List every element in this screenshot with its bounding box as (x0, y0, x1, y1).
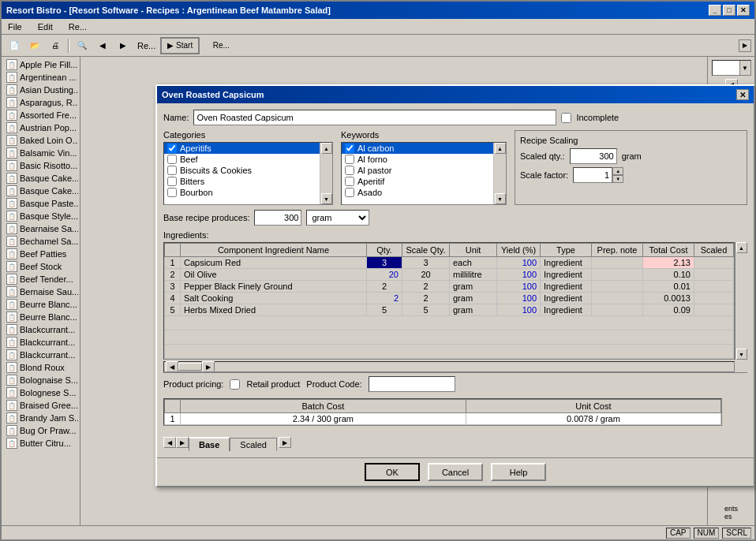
cancel-button[interactable]: Cancel (428, 463, 483, 481)
keyword-alforno[interactable]: Al forno (342, 154, 493, 165)
sidebar-item-basque3[interactable]: 📋 Basque Paste... (3, 197, 78, 210)
category-beef[interactable]: Beef (164, 154, 320, 165)
sidebar-item-basic[interactable]: 📋 Basic Risotto... (3, 159, 78, 172)
menu-file[interactable]: File (5, 21, 25, 32)
keywords-listbox[interactable]: Al carbon Al forno Al pastor (341, 142, 507, 205)
base-recipe-qty-input[interactable] (254, 210, 301, 226)
sidebar-item-basque1[interactable]: 📋 Basque Cake... (3, 172, 78, 185)
tabs-left-btn[interactable]: ◀ (163, 437, 176, 448)
tab-base[interactable]: Base (189, 437, 230, 451)
right-combo-arrow[interactable]: ▼ (739, 61, 750, 75)
category-bitters-check[interactable] (167, 177, 177, 186)
toolbar-open-btn[interactable]: 📂 (25, 37, 44, 54)
category-aperitifs[interactable]: Aperitifs (164, 143, 320, 154)
keyword-asado-check[interactable] (345, 188, 354, 197)
cat-scroll-up[interactable]: ▲ (321, 143, 332, 154)
ingredient-row-3[interactable]: 3 Pepper Black Finely Ground 2 2 gram 10… (165, 281, 734, 293)
category-biscuits[interactable]: Biscuits & Cookies (164, 165, 320, 176)
sidebar-item-brandy[interactable]: 📋 Brandy Jam S... (3, 412, 78, 424)
keyword-alcarbon-check[interactable] (345, 144, 354, 153)
retail-product-checkbox[interactable] (230, 379, 240, 390)
sidebar-item-blackcurrant2[interactable]: 📋 Blackcurrant... (3, 336, 78, 349)
app-minimize-btn[interactable]: _ (709, 5, 721, 16)
cat-scroll-down[interactable]: ▼ (321, 193, 332, 204)
keyword-alcarbon[interactable]: Al carbon (342, 143, 493, 154)
category-biscuits-check[interactable] (167, 166, 177, 175)
sidebar-item-austrian[interactable]: 📋 Austrian Pop... (3, 121, 78, 134)
hscroll-left-btn[interactable]: ◀ (166, 361, 178, 372)
ing1-qty[interactable]: 3 (367, 257, 402, 269)
keyword-aperitif-check[interactable] (345, 177, 354, 186)
tabs-right-btn[interactable]: ▶ (176, 437, 189, 448)
sidebar-item-beurre2[interactable]: 📋 Beurre Blanc... (3, 311, 78, 323)
hscroll-thumb[interactable] (178, 363, 202, 371)
sidebar-item-asian[interactable]: 📋 Asian Dusting... (3, 84, 78, 96)
ingredient-row-5[interactable]: 5 Herbs Mixed Dried 5 5 gram 100 Ingredi… (165, 304, 734, 316)
sidebar-item-blackcurrant3[interactable]: 📋 Blackcurrant... (3, 349, 78, 361)
menu-edit[interactable]: Edit (35, 21, 56, 32)
keyword-aperitif[interactable]: Aperitif (342, 176, 493, 187)
keyword-asado[interactable]: Asado (342, 187, 493, 198)
sidebar-item-beef-stock[interactable]: 📋 Beef Stock (3, 260, 78, 273)
keyword-alpastor[interactable]: Al pastor (342, 165, 493, 176)
toolbar-new-btn[interactable]: 📄 (5, 37, 24, 54)
sidebar-item-assorted[interactable]: 📋 Assorted Fre... (3, 109, 78, 121)
ingredient-row-2[interactable]: 2 Oil Olive 20 20 millilitre 100 Ingredi… (165, 269, 734, 281)
ing-scroll-up[interactable]: ▲ (736, 242, 747, 253)
category-bourbon[interactable]: Bourbon (164, 187, 320, 198)
help-button[interactable]: Help (491, 463, 546, 481)
ingredients-table-scrollbar[interactable]: ▲ ▼ (735, 242, 747, 360)
sidebar-item-bernaise[interactable]: 📋 Bernaise Sau... (3, 285, 78, 298)
sidebar-item-bolognese[interactable]: 📋 Bolognese S... (3, 386, 78, 399)
sidebar-item-argentinean[interactable]: 📋 Argentinean ... (3, 71, 78, 84)
tab-scaled[interactable]: Scaled (230, 438, 277, 451)
ing5-qty[interactable]: 5 (367, 304, 402, 316)
categories-scrollbar[interactable]: ▲ ▼ (320, 143, 332, 204)
ingredient-row-1[interactable]: 1 Capsicum Red 3 3 each 100 Ingredient (165, 257, 734, 269)
sidebar-item-butter[interactable]: 📋 Butter Citru... (3, 437, 78, 450)
category-aperitifs-check[interactable] (167, 144, 177, 153)
dialog-close-btn[interactable]: ✕ (736, 89, 749, 100)
sidebar-item-basque4[interactable]: 📋 Basque Style... (3, 210, 78, 222)
categories-listbox[interactable]: Aperitifs Beef Biscuits & Cookies (163, 142, 333, 205)
scale-factor-up-btn[interactable]: ▲ (612, 167, 623, 175)
ing-scroll-down[interactable]: ▼ (736, 349, 747, 360)
tabs-nav-right-btn[interactable]: ▶ (279, 437, 291, 448)
ok-button[interactable]: OK (365, 463, 420, 481)
sidebar-item-bug[interactable]: 📋 Bug Or Praw... (3, 424, 78, 437)
sidebar-item-bolognaise[interactable]: 📋 Bolognaise S... (3, 374, 78, 386)
category-beef-check[interactable] (167, 155, 177, 164)
ingredient-row-4[interactable]: 4 Salt Cooking 2 2 gram 100 Ingredient (165, 293, 734, 304)
sidebar-item-baked[interactable]: 📋 Baked Loin O... (3, 134, 78, 147)
category-bourbon-check[interactable] (167, 188, 177, 197)
ingredients-hscrollbar[interactable]: ◀ ▶ (163, 361, 735, 372)
sidebar-item-braised[interactable]: 📋 Braised Gree... (3, 399, 78, 412)
kw-scroll-up[interactable]: ▲ (495, 143, 506, 154)
keyword-alpastor-check[interactable] (345, 166, 354, 175)
app-maximize-btn[interactable]: □ (723, 5, 735, 16)
toolbar-search-btn[interactable]: 🔍 (73, 37, 92, 54)
sidebar-item-balsamic[interactable]: 📋 Balsamic Vin... (3, 147, 78, 159)
right-arrow-btn[interactable]: ▶ (739, 39, 751, 52)
name-input[interactable] (193, 110, 556, 125)
scale-factor-down-btn[interactable]: ▼ (612, 175, 623, 183)
toolbar-re-btn[interactable]: Re... (201, 37, 241, 54)
base-recipe-unit-select[interactable]: gram (306, 210, 369, 226)
sidebar-item-basque2[interactable]: 📋 Basque Cake... (3, 185, 78, 197)
scaled-qty-input[interactable] (570, 148, 617, 164)
toolbar-back-btn[interactable]: ◀ (93, 37, 112, 54)
sidebar-item-blond[interactable]: 📋 Blond Roux (3, 361, 78, 374)
toolbar-start-btn[interactable]: ▶ Start (160, 37, 200, 54)
sidebar-item-bearnaise[interactable]: 📋 Bearnaise Sa... (3, 222, 78, 235)
sidebar-item-bechamel[interactable]: 📋 Bechamel Sa... (3, 235, 78, 248)
sidebar-item-beef-tender[interactable]: 📋 Beef Tender... (3, 273, 78, 285)
toolbar-forward-btn[interactable]: ▶ (114, 37, 133, 54)
right-combo[interactable]: ▼ (712, 60, 751, 76)
category-bitters[interactable]: Bitters (164, 176, 320, 187)
ing3-qty[interactable]: 2 (367, 281, 402, 293)
sidebar-item-blackcurrant1[interactable]: 📋 Blackcurrant... (3, 323, 78, 336)
scale-factor-input[interactable] (573, 167, 612, 183)
ing4-qty[interactable]: 2 (367, 293, 402, 304)
sidebar-item-beurre1[interactable]: 📋 Beurre Blanc... (3, 298, 78, 311)
keyword-alforno-check[interactable] (345, 155, 354, 164)
